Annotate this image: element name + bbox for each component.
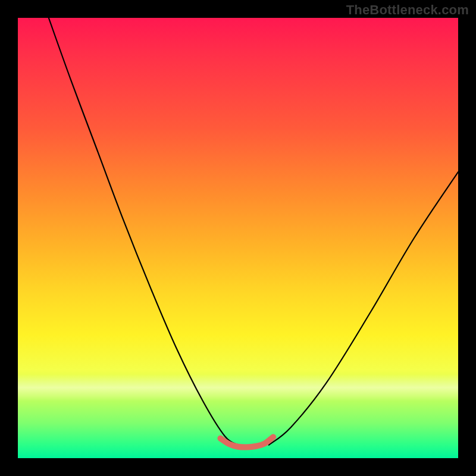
curve-layer bbox=[18, 18, 458, 458]
plot-area bbox=[18, 18, 458, 458]
curve-left-arm bbox=[49, 18, 238, 445]
curve-valley-highlight bbox=[220, 437, 273, 447]
chart-frame: TheBottleneck.com bbox=[0, 0, 476, 476]
watermark-text: TheBottleneck.com bbox=[346, 2, 469, 18]
curve-right-arm bbox=[269, 172, 458, 445]
